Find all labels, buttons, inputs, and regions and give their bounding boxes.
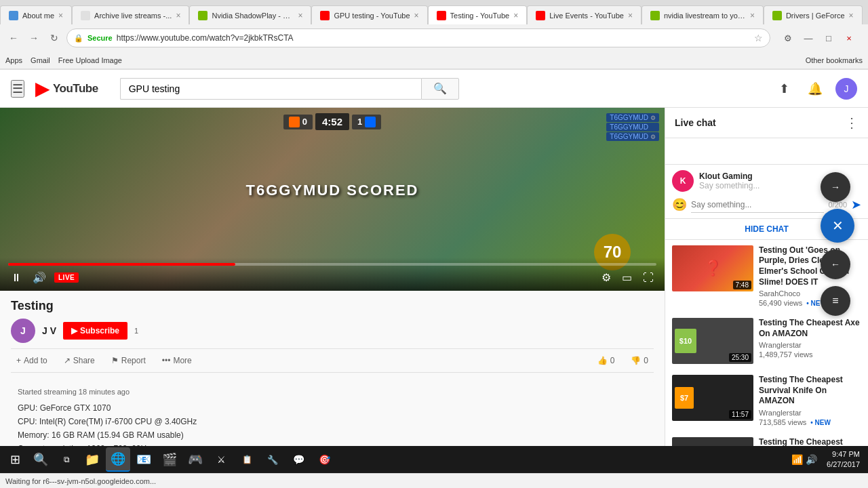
chat-messages[interactable] [665, 138, 868, 164]
taskbar-app5[interactable]: 💬 [286, 447, 311, 472]
youtube-header: ☰ ▶ YouTube 🔍 ⬆ 🔔 J [0, 70, 868, 108]
tab-label: GPU testing - YouTube [334, 12, 410, 20]
taskbar-sys-area: 📶 🔊 [789, 454, 820, 465]
bookmark-apps[interactable]: Apps [5, 56, 22, 64]
tab-gpu-testing[interactable]: GPU testing - YouTube × [311, 5, 427, 24]
volume-button[interactable]: 🔊 [30, 270, 49, 285]
task-view-button[interactable]: ⧉ [54, 447, 79, 472]
tab-close-icon[interactable]: × [176, 11, 180, 20]
description-memory: Memory: 16 GB RAM (15.94 GB RAM usable) [18, 429, 647, 441]
reload-button[interactable]: ↻ [46, 30, 62, 46]
chat-more-button[interactable]: ⋮ [845, 115, 859, 131]
share-button[interactable]: ↗ Share [58, 352, 100, 369]
video-actions: + Add to ↗ Share ⚑ Report ••• More 👍 [11, 348, 654, 373]
tab-nvidia-livestream[interactable]: nvidia livestream to you... × [642, 5, 764, 24]
taskbar-app6[interactable]: 🎯 [312, 447, 336, 472]
taskbar-mail[interactable]: 📧 [132, 447, 156, 472]
user-avatar[interactable]: J [835, 78, 857, 100]
like-button[interactable]: 👍 0 [592, 352, 620, 369]
minimize-button[interactable]: — [800, 30, 816, 46]
fab-forward[interactable]: → [821, 172, 850, 202]
taskbar-explorer[interactable]: 📁 [80, 447, 104, 472]
gear-icon-2: ⚙ [650, 134, 656, 140]
browser-chrome: About me × Archive live streams -... × N… [0, 0, 868, 70]
rec-info-3: Testing The Cheapest Survival Knife On A… [759, 375, 861, 426]
start-button[interactable]: ⊞ [3, 447, 27, 472]
taskbar-browser[interactable]: 🌐 [106, 447, 130, 472]
tab-close-icon[interactable]: × [58, 11, 63, 20]
chat-user-name: Klout Gaming [699, 171, 760, 181]
back-button[interactable]: ← [5, 30, 22, 46]
subscribe-icon: ▶ [71, 326, 77, 336]
maximize-button[interactable]: □ [821, 30, 837, 46]
forward-button[interactable]: → [26, 30, 42, 46]
tab-archive[interactable]: Archive live streams -... × [72, 5, 189, 24]
tab-favicon [320, 11, 330, 20]
taskbar-game1[interactable]: 🎮 [183, 447, 208, 472]
subscribe-button[interactable]: ▶ Subscribe [63, 322, 127, 340]
address-box[interactable]: 🔒 Secure https://www.youtube.com/watch?v… [66, 28, 770, 47]
chat-text-input[interactable] [691, 197, 824, 213]
emoji-button[interactable]: 😊 [672, 197, 687, 212]
thumbs-down-icon: 👎 [631, 356, 641, 365]
score-left: 0 [302, 117, 307, 127]
upload-button[interactable]: ⬆ [773, 78, 795, 100]
clock-area[interactable]: 9:47 PM 6/27/2017 [821, 449, 865, 470]
tab-nvidia-shadowplay[interactable]: Nvidia ShadowPlay - Ho... × [189, 5, 311, 24]
tab-about-me[interactable]: About me × [0, 5, 72, 24]
bookmark-free-upload[interactable]: Free Upload Image [58, 56, 122, 64]
tab-favicon [81, 11, 90, 20]
report-button[interactable]: ⚑ Report [106, 352, 151, 369]
add-to-button[interactable]: + Add to [11, 352, 53, 369]
taskbar-app3[interactable]: 📋 [235, 447, 259, 472]
extensions-button[interactable]: ⚙ [780, 30, 796, 46]
controls-row: ⏸ 🔊 LIVE ⚙ ▭ ⛶ [8, 270, 656, 285]
bookmark-gmail[interactable]: Gmail [31, 56, 50, 64]
rec-thumb-2: $10 25:30 [672, 318, 753, 364]
tab-close-icon[interactable]: × [414, 11, 419, 20]
notifications-button[interactable]: 🔔 [804, 78, 826, 100]
dislike-button[interactable]: 👎 0 [625, 352, 654, 369]
fab-close[interactable]: ✕ [821, 209, 854, 243]
search-input[interactable] [120, 78, 421, 100]
search-button[interactable]: 🔍 [421, 78, 459, 100]
score-right: 1 [357, 117, 362, 127]
video-controls[interactable]: ⏸ 🔊 LIVE ⚙ ▭ ⛶ [0, 258, 665, 291]
chat-placeholder-text: Say something... [699, 181, 760, 190]
youtube-logo-icon: ▶ [35, 77, 50, 100]
more-button[interactable]: ••• More [157, 352, 197, 369]
rec-item-2[interactable]: $10 25:30 Testing The Cheapest Axe On AM… [665, 312, 868, 369]
volume-icon: 🔊 [806, 454, 817, 465]
rec-item-3[interactable]: $7 11:57 Testing The Cheapest Survival K… [665, 369, 868, 432]
close-button[interactable]: × [841, 30, 857, 46]
team-icon-left [289, 117, 300, 127]
search-taskbar-button[interactable]: 🔍 [28, 447, 53, 472]
fab-menu[interactable]: ≡ [821, 286, 850, 316]
tab-close-icon[interactable]: × [298, 11, 302, 20]
miniplayer-button[interactable]: ▭ [619, 270, 635, 285]
hamburger-menu-button[interactable]: ☰ [11, 80, 24, 98]
taskbar-vlc[interactable]: 🎬 [157, 447, 182, 472]
tab-close-icon[interactable]: × [513, 11, 518, 20]
bookmark-star-icon[interactable]: ☆ [754, 33, 763, 43]
settings-button[interactable]: ⚙ [599, 270, 614, 285]
tab-close-icon[interactable]: × [628, 11, 633, 20]
tab-testing-active[interactable]: Testing - YouTube × [428, 5, 528, 24]
other-bookmarks[interactable]: Other bookmarks [806, 56, 863, 64]
tab-drivers-geforce[interactable]: Drivers | GeForce × [764, 5, 863, 24]
taskbar-app4[interactable]: 🔧 [260, 447, 285, 472]
youtube-logo[interactable]: ▶ YouTube [35, 77, 98, 100]
rec-title-3: Testing The Cheapest Survival Knife On A… [759, 375, 861, 407]
tab-close-icon[interactable]: × [849, 11, 854, 20]
tab-live-events[interactable]: Live Events - YouTube × [527, 5, 642, 24]
fab-back[interactable]: ← [821, 249, 850, 279]
tab-close-icon[interactable]: × [750, 11, 755, 20]
progress-bar[interactable] [8, 263, 656, 266]
channel-name[interactable]: J V [42, 325, 56, 336]
channel-avatar[interactable]: J [11, 319, 35, 343]
description-started: Started streaming 18 minutes ago [18, 386, 647, 398]
pause-button[interactable]: ⏸ [8, 270, 24, 285]
taskbar-game2[interactable]: ⚔ [209, 447, 233, 472]
video-player[interactable]: 0 4:52 1 T6GGYMUD ⚙ [0, 108, 665, 291]
fullscreen-button[interactable]: ⛶ [640, 270, 656, 285]
